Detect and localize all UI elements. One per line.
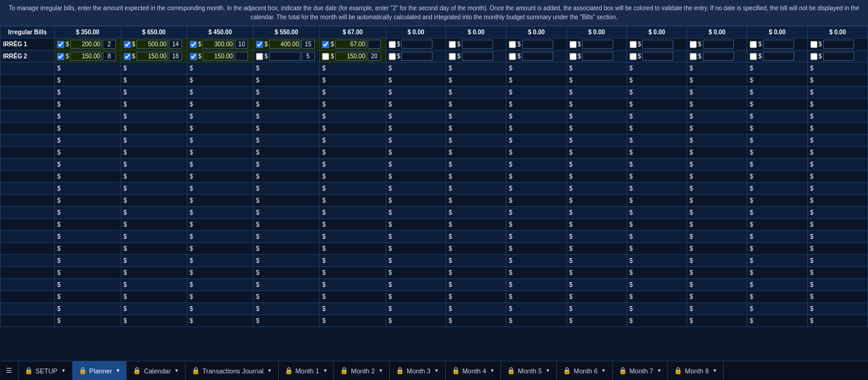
empty-cell-8-3[interactable]: $ — [187, 159, 253, 171]
empty-cell-20-5[interactable]: $ — [320, 303, 386, 315]
check-1-12[interactable] — [750, 41, 757, 48]
empty-cell-8-2[interactable]: $ — [121, 159, 187, 171]
empty-cell-17-12[interactable]: $ — [747, 267, 807, 279]
day-1-3[interactable] — [235, 40, 248, 49]
empty-cell-16-13[interactable]: $ — [807, 255, 867, 267]
empty-cell-10-10[interactable]: $ — [627, 183, 687, 195]
taskbar-month2[interactable]: 🔒 Month 2 ▼ — [334, 361, 390, 380]
amount-1-11[interactable] — [703, 40, 734, 49]
empty-cell-11-3[interactable]: $ — [187, 195, 253, 207]
cell-1-12[interactable]: $ — [747, 38, 807, 51]
empty-cell-4-5[interactable]: $ — [320, 111, 386, 123]
empty-cell-1-12[interactable]: $ — [747, 75, 807, 87]
empty-cell-8-11[interactable]: $ — [687, 159, 747, 171]
empty-cell-19-5[interactable]: $ — [320, 291, 386, 303]
empty-cell-18-1[interactable]: $ — [55, 279, 121, 291]
empty-cell-6-11[interactable]: $ — [687, 135, 747, 147]
empty-cell-13-11[interactable]: $ — [687, 219, 747, 231]
check-2-4[interactable] — [256, 53, 263, 60]
empty-cell-2-2[interactable]: $ — [121, 87, 187, 99]
empty-cell-10-2[interactable]: $ — [121, 183, 187, 195]
empty-cell-10-4[interactable]: $ — [253, 183, 320, 195]
check-1-2[interactable] — [124, 41, 131, 48]
amount-2-1[interactable] — [70, 52, 102, 61]
cell-1-7[interactable]: $ — [446, 38, 506, 51]
empty-cell-15-9[interactable]: $ — [566, 243, 627, 255]
empty-cell-17-10[interactable]: $ — [627, 267, 687, 279]
cell-2-11[interactable]: $ — [687, 51, 747, 63]
empty-cell-13-7[interactable]: $ — [446, 219, 506, 231]
empty-cell-10-6[interactable]: $ — [386, 183, 446, 195]
empty-cell-5-4[interactable]: $ — [253, 123, 320, 135]
empty-cell-16-1[interactable]: $ — [55, 255, 121, 267]
empty-cell-17-3[interactable]: $ — [187, 267, 253, 279]
empty-cell-8-4[interactable]: $ — [253, 159, 320, 171]
empty-cell-14-8[interactable]: $ — [506, 231, 566, 243]
empty-cell-5-3[interactable]: $ — [187, 123, 253, 135]
empty-cell-3-1[interactable]: $ — [55, 99, 121, 111]
empty-cell-16-9[interactable]: $ — [566, 255, 627, 267]
empty-cell-16-4[interactable]: $ — [253, 255, 320, 267]
empty-cell-8-6[interactable]: $ — [386, 159, 446, 171]
empty-cell-6-9[interactable]: $ — [566, 135, 627, 147]
empty-cell-16-3[interactable]: $ — [187, 255, 253, 267]
empty-cell-9-13[interactable]: $ — [807, 171, 867, 183]
amount-2-6[interactable] — [401, 52, 432, 61]
empty-cell-14-12[interactable]: $ — [747, 231, 807, 243]
empty-cell-20-3[interactable]: $ — [187, 303, 253, 315]
empty-cell-12-5[interactable]: $ — [320, 207, 386, 219]
check-1-4[interactable] — [256, 41, 263, 48]
empty-cell-7-9[interactable]: $ — [566, 147, 627, 159]
empty-cell-11-5[interactable]: $ — [320, 195, 386, 207]
empty-cell-14-5[interactable]: $ — [320, 231, 386, 243]
empty-cell-2-9[interactable]: $ — [566, 87, 627, 99]
check-1-9[interactable] — [569, 41, 577, 48]
empty-cell-14-7[interactable]: $ — [446, 231, 506, 243]
empty-cell-3-11[interactable]: $ — [687, 99, 747, 111]
empty-cell-4-11[interactable]: $ — [687, 111, 747, 123]
empty-cell-10-8[interactable]: $ — [506, 183, 566, 195]
empty-cell-3-8[interactable]: $ — [506, 99, 566, 111]
empty-cell-3-13[interactable]: $ — [807, 99, 867, 111]
empty-cell-3-5[interactable]: $ — [320, 99, 386, 111]
empty-cell-9-8[interactable]: $ — [506, 171, 566, 183]
empty-cell-2-1[interactable]: $ — [55, 87, 121, 99]
cell-2-4[interactable]: $ — [253, 51, 320, 63]
cell-2-7[interactable]: $ — [446, 51, 506, 63]
empty-cell-4-8[interactable]: $ — [506, 111, 566, 123]
empty-cell-14-11[interactable]: $ — [687, 231, 747, 243]
empty-cell-18-3[interactable]: $ — [187, 279, 253, 291]
empty-cell-2-7[interactable]: $ — [446, 87, 506, 99]
amount-1-6[interactable] — [401, 40, 432, 49]
empty-cell-13-8[interactable]: $ — [506, 219, 566, 231]
empty-cell-3-12[interactable]: $ — [747, 99, 807, 111]
empty-cell-10-1[interactable]: $ — [55, 183, 121, 195]
cell-1-8[interactable]: $ — [506, 38, 566, 51]
empty-cell-0-13[interactable]: $ — [807, 63, 867, 75]
empty-cell-19-10[interactable]: $ — [627, 291, 687, 303]
amount-2-13[interactable] — [823, 52, 854, 61]
empty-cell-13-5[interactable]: $ — [320, 219, 386, 231]
empty-cell-19-7[interactable]: $ — [446, 291, 506, 303]
empty-cell-5-13[interactable]: $ — [807, 123, 867, 135]
empty-cell-1-8[interactable]: $ — [506, 75, 566, 87]
amount-2-7[interactable] — [462, 52, 493, 61]
empty-cell-20-12[interactable]: $ — [747, 303, 807, 315]
empty-cell-19-11[interactable]: $ — [687, 291, 747, 303]
empty-cell-5-8[interactable]: $ — [506, 123, 566, 135]
empty-cell-7-2[interactable]: $ — [121, 147, 187, 159]
empty-cell-8-13[interactable]: $ — [807, 159, 867, 171]
empty-cell-9-12[interactable]: $ — [747, 171, 807, 183]
empty-cell-14-13[interactable]: $ — [807, 231, 867, 243]
empty-cell-15-4[interactable]: $ — [253, 243, 320, 255]
empty-cell-12-4[interactable]: $ — [253, 207, 320, 219]
empty-cell-21-8[interactable]: $ — [506, 315, 566, 327]
empty-cell-15-5[interactable]: $ — [320, 243, 386, 255]
empty-cell-16-5[interactable]: $ — [320, 255, 386, 267]
empty-cell-16-8[interactable]: $ — [506, 255, 566, 267]
taskbar-planner[interactable]: 🔒 Planner ▼ — [73, 361, 127, 380]
empty-cell-16-10[interactable]: $ — [627, 255, 687, 267]
empty-cell-14-9[interactable]: $ — [566, 231, 627, 243]
empty-cell-9-5[interactable]: $ — [320, 171, 386, 183]
empty-cell-1-3[interactable]: $ — [187, 75, 253, 87]
